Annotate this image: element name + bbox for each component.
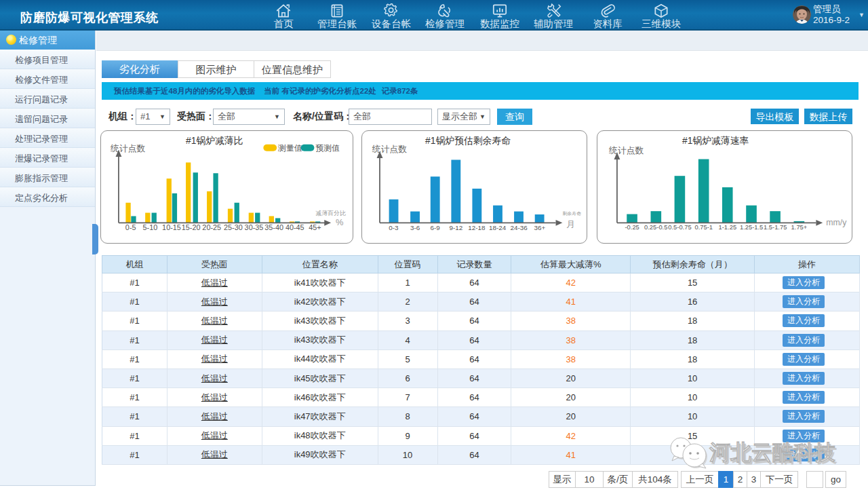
svg-text:1.25-1.5: 1.25-1.5 — [740, 224, 763, 231]
svg-text:6-9: 6-9 — [431, 224, 441, 231]
svg-text:#1锅炉减薄速率: #1锅炉减薄速率 — [682, 135, 749, 146]
svg-text:25-30: 25-30 — [224, 223, 243, 231]
svg-text:0.5-0.75: 0.5-0.75 — [668, 224, 691, 231]
svg-text:0.75-1: 0.75-1 — [694, 224, 713, 231]
svg-text:0.25-0.5: 0.25-0.5 — [644, 224, 667, 231]
svg-text:12-18: 12-18 — [468, 224, 486, 231]
svg-text:1.5-1.75: 1.5-1.75 — [764, 224, 787, 231]
svg-text:40-45: 40-45 — [285, 223, 304, 231]
svg-text:1.75+: 1.75+ — [791, 224, 808, 231]
svg-text:减薄百分比: 减薄百分比 — [315, 210, 346, 216]
svg-text:统计点数: 统计点数 — [608, 145, 644, 155]
svg-text:预测值: 预测值 — [315, 143, 340, 153]
svg-text:-0.25: -0.25 — [625, 224, 639, 231]
svg-text:1-1.25: 1-1.25 — [719, 224, 737, 231]
svg-text:剩余寿命: 剩余寿命 — [562, 211, 581, 216]
svg-text:%: % — [336, 217, 343, 227]
svg-text:0-5: 0-5 — [125, 223, 136, 231]
svg-text:3-6: 3-6 — [410, 224, 420, 231]
svg-text:30-35: 30-35 — [245, 223, 264, 231]
svg-text:月: 月 — [566, 219, 575, 229]
svg-text:测量值: 测量值 — [277, 143, 302, 153]
svg-text:20-25: 20-25 — [202, 223, 221, 231]
svg-text:10-15: 10-15 — [162, 223, 181, 231]
svg-text:9-12: 9-12 — [449, 224, 462, 231]
svg-text:统计点数: 统计点数 — [372, 144, 407, 154]
svg-text:45+: 45+ — [309, 223, 321, 231]
svg-text:#1锅炉预估剩余寿命: #1锅炉预估剩余寿命 — [425, 135, 511, 146]
svg-text:0-3: 0-3 — [389, 224, 399, 231]
svg-text:36+: 36+ — [534, 224, 545, 231]
svg-text:15-20: 15-20 — [182, 223, 201, 231]
svg-text:5-10: 5-10 — [142, 223, 157, 231]
svg-text:24-36: 24-36 — [511, 224, 528, 231]
svg-text:18-24: 18-24 — [489, 224, 507, 231]
svg-text:统计点数: 统计点数 — [110, 143, 145, 153]
svg-text:35-40: 35-40 — [264, 223, 283, 231]
svg-text:mm/y: mm/y — [826, 218, 847, 227]
svg-text:#1锅炉减薄比: #1锅炉减薄比 — [186, 135, 243, 146]
